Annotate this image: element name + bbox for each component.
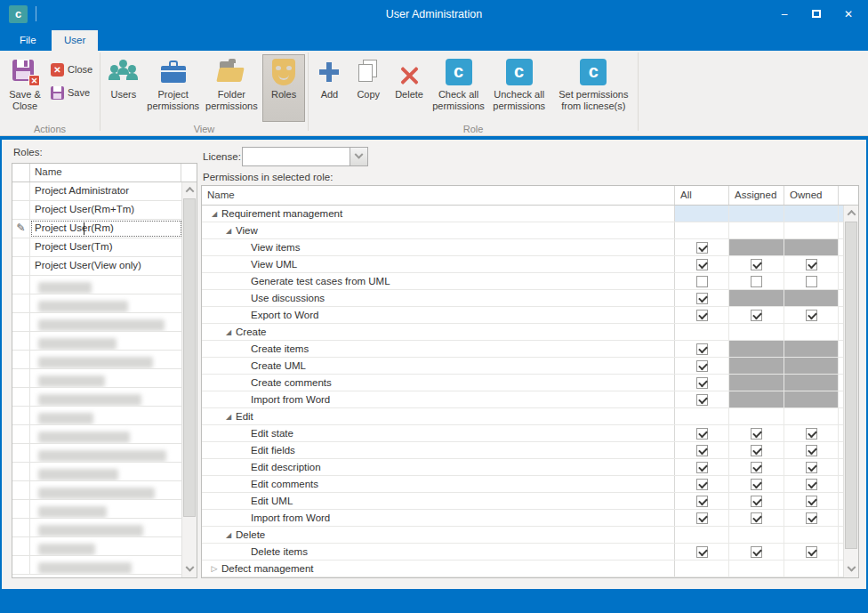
checkbox-checked[interactable] (751, 310, 762, 321)
checkbox-checked[interactable] (806, 546, 817, 558)
checkbox-checked[interactable] (696, 445, 708, 456)
permission-row[interactable]: ◢Requirement management (202, 206, 843, 222)
permission-row[interactable]: Edit state (202, 425, 843, 442)
checkbox-checked[interactable] (806, 259, 817, 270)
checkbox-checked[interactable] (696, 479, 708, 490)
permission-cell-owned[interactable] (784, 425, 839, 441)
permission-cell-all[interactable] (675, 290, 729, 306)
checkbox-checked[interactable] (751, 462, 762, 473)
permission-row[interactable]: Edit fields (202, 442, 843, 459)
checkbox-checked[interactable] (696, 512, 708, 524)
roles-list-item-redacted[interactable] (12, 351, 182, 369)
save-button[interactable]: Save (48, 84, 95, 101)
license-combobox[interactable] (242, 147, 368, 166)
permission-row[interactable]: Edit description (202, 459, 843, 476)
roles-list-item-redacted[interactable] (12, 425, 182, 444)
permission-cell-assigned[interactable] (729, 493, 784, 509)
add-button[interactable]: Add (311, 54, 348, 122)
checkbox-checked[interactable] (696, 496, 708, 507)
role-name[interactable]: Project User(Rm+Tm) (30, 201, 182, 219)
permission-row[interactable]: ◢View (202, 222, 843, 239)
permission-name-cell[interactable]: Export to Word (202, 307, 675, 323)
permission-name-cell[interactable]: Edit fields (202, 442, 675, 458)
permission-cell-all[interactable] (675, 459, 729, 475)
checkbox-unchecked[interactable] (751, 276, 762, 287)
permission-cell-all[interactable] (675, 476, 729, 492)
permission-row[interactable]: View items (202, 239, 843, 256)
permission-cell-all[interactable] (675, 544, 729, 560)
permission-cell-all[interactable] (675, 391, 729, 407)
permission-cell-owned[interactable] (784, 442, 839, 458)
role-name[interactable]: Project User(Rm) (30, 220, 182, 238)
collapse-icon[interactable]: ◢ (207, 210, 221, 218)
collapse-icon[interactable]: ◢ (221, 227, 236, 235)
checkbox-unchecked[interactable] (806, 276, 817, 287)
permission-cell-all[interactable] (675, 273, 729, 289)
permission-row[interactable]: ▷Defect management (202, 561, 843, 577)
permission-name-cell[interactable]: ◢Requirement management (202, 206, 675, 222)
permissions-scrollbar-thumb[interactable] (845, 222, 857, 549)
permission-cell-owned[interactable] (784, 256, 839, 272)
permission-cell-owned[interactable] (784, 459, 839, 475)
roles-button[interactable]: Roles (262, 54, 305, 122)
permission-cell-all[interactable] (675, 256, 729, 272)
permission-cell-owned[interactable] (784, 307, 839, 323)
checkbox-checked[interactable] (696, 343, 708, 355)
permission-cell-owned[interactable] (784, 273, 839, 289)
checkbox-checked[interactable] (806, 496, 817, 507)
permission-row[interactable]: Delete items (202, 544, 843, 561)
uncheck-all-permissions-button[interactable]: c Uncheck all permissions (488, 54, 551, 122)
roles-list-item-redacted[interactable] (12, 276, 182, 294)
collapse-icon[interactable]: ◢ (221, 413, 236, 421)
permissions-scrollbar[interactable] (843, 206, 858, 577)
permission-row[interactable]: Import from Word (202, 391, 843, 408)
permission-cell-owned[interactable] (784, 544, 839, 560)
permission-name-cell[interactable]: ◢Create (202, 324, 675, 340)
collapse-icon[interactable]: ◢ (221, 328, 236, 336)
permission-cell-all[interactable] (675, 375, 729, 391)
roles-list-item-redacted[interactable] (12, 537, 182, 556)
permission-cell-owned[interactable] (784, 493, 839, 509)
roles-list-item-redacted[interactable] (12, 500, 182, 519)
column-header-owned[interactable]: Owned (784, 186, 839, 205)
checkbox-checked[interactable] (751, 445, 762, 456)
project-permissions-button[interactable]: Project permissions (146, 54, 201, 122)
column-header-assigned[interactable]: Assigned (729, 186, 784, 205)
roles-list-item-redacted[interactable] (12, 444, 182, 463)
checkbox-checked[interactable] (751, 546, 762, 558)
permission-name-cell[interactable]: Import from Word (202, 510, 675, 526)
permission-row[interactable]: Create items (202, 341, 843, 358)
permission-cell-assigned[interactable] (729, 425, 784, 441)
checkbox-checked[interactable] (806, 428, 817, 440)
permission-name-cell[interactable]: Create UML (202, 358, 675, 374)
permission-row[interactable]: Create comments (202, 375, 843, 391)
close-window-button[interactable]: ✕ (836, 4, 861, 24)
permission-cell-all[interactable] (675, 239, 729, 255)
roles-list-item-redacted[interactable] (12, 332, 182, 351)
permission-row[interactable]: Import from Word (202, 510, 843, 527)
roles-list-item[interactable]: ✎Project User(Rm) (12, 220, 182, 238)
checkbox-checked[interactable] (696, 360, 708, 372)
permission-cell-owned[interactable] (784, 510, 839, 526)
permission-cell-assigned[interactable] (729, 476, 784, 492)
permission-cell-assigned[interactable] (729, 273, 784, 289)
permission-cell-assigned[interactable] (729, 510, 784, 526)
expand-icon[interactable]: ▷ (207, 564, 221, 573)
permission-cell-all[interactable] (675, 442, 729, 458)
checkbox-checked[interactable] (696, 242, 708, 254)
license-dropdown-button[interactable] (350, 148, 367, 165)
checkbox-unchecked[interactable] (696, 276, 708, 287)
permission-cell-assigned[interactable] (729, 307, 784, 323)
roles-list-item-redacted[interactable] (12, 313, 182, 332)
checkbox-checked[interactable] (806, 445, 817, 456)
roles-scrollbar[interactable] (181, 182, 197, 577)
permission-name-cell[interactable]: ◢Edit (202, 408, 675, 424)
checkbox-checked[interactable] (696, 394, 708, 406)
permission-cell-all[interactable] (675, 493, 729, 509)
roles-list-item[interactable]: Project User(Rm+Tm) (12, 201, 182, 220)
checkbox-checked[interactable] (696, 259, 708, 270)
permission-cell-all[interactable] (675, 341, 729, 357)
checkbox-checked[interactable] (806, 512, 817, 524)
permission-cell-all[interactable] (675, 358, 729, 374)
permission-name-cell[interactable]: Create comments (202, 375, 675, 391)
